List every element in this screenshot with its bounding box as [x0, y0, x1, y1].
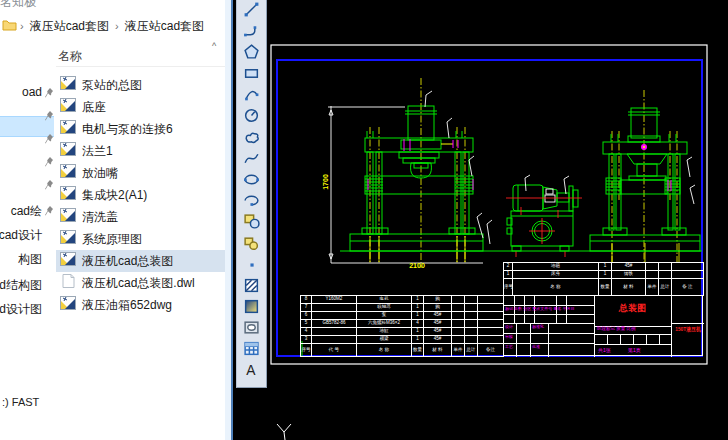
- file-row[interactable]: 液压机cad总装图.dwl: [56, 272, 232, 294]
- nav-item[interactable]: [0, 107, 54, 125]
- breadcrumb-separator: ›: [115, 20, 119, 32]
- nav-item[interactable]: oad: [0, 84, 54, 102]
- column-header-name[interactable]: 名称: [58, 48, 82, 65]
- dwg-file-icon: [60, 186, 76, 204]
- table-icon[interactable]: [241, 339, 261, 358]
- dwg-file-icon: [60, 142, 76, 160]
- dwg-file-icon: [60, 98, 76, 116]
- leader-lines: [425, 91, 695, 244]
- insert-block-icon[interactable]: [241, 212, 261, 231]
- gradient-icon[interactable]: [241, 297, 261, 316]
- nav-item[interactable]: [0, 130, 54, 148]
- navigation-pane: oad cad绘 cad设计 构图 d结构图: [0, 56, 54, 440]
- nav-item[interactable]: d结构图: [0, 276, 54, 294]
- draw-toolbar: A: [236, 0, 267, 388]
- file-row[interactable]: 放油嘴: [56, 162, 232, 184]
- folder-icon: [2, 18, 17, 34]
- polygon-icon[interactable]: [241, 42, 261, 61]
- nav-item[interactable]: [0, 176, 54, 194]
- dwg-file-icon: [60, 296, 76, 314]
- sign-label: 批准: [532, 345, 540, 349]
- dwg-file-icon: [60, 76, 76, 94]
- dim-width-text: 2100: [409, 262, 425, 269]
- file-row-selected[interactable]: 液压机cad总装图: [56, 250, 232, 272]
- sign-label: 工艺: [505, 345, 513, 349]
- file-row[interactable]: 底座: [56, 96, 232, 118]
- nav-item-drive[interactable]: :) FAST: [2, 396, 39, 408]
- explorer-window: 名知极 › 液压站cad套图 › 液压站cad套图 名称 ^ oad: [0, 0, 232, 440]
- file-row[interactable]: 清洗盖: [56, 206, 232, 228]
- header-divider: [56, 66, 232, 67]
- polyline-icon[interactable]: [241, 21, 261, 40]
- pin-icon: [44, 179, 54, 194]
- press-side-view: [590, 90, 700, 262]
- doc-title: 总装图: [594, 302, 671, 315]
- dwg-file-icon: [60, 252, 76, 270]
- circle-icon[interactable]: [241, 106, 261, 125]
- revcloud-icon[interactable]: [241, 127, 261, 146]
- file-row[interactable]: 泵站的总图: [56, 74, 232, 96]
- file-row[interactable]: 系统原理图: [56, 228, 232, 250]
- dwg-file-icon: [60, 164, 76, 182]
- file-row[interactable]: 集成块2(A1): [56, 184, 232, 206]
- pin-icon: [44, 133, 54, 148]
- pin-icon: [44, 110, 54, 125]
- line-icon[interactable]: [241, 0, 261, 19]
- pump-unit: [506, 185, 582, 257]
- sign-label: 审核: [505, 335, 513, 339]
- plain-file-icon: [60, 274, 76, 292]
- dim-height-text: 1700: [322, 174, 329, 190]
- breadcrumb-separator: ›: [20, 20, 24, 32]
- std-label: 标准化: [532, 325, 544, 329]
- spline-icon[interactable]: [241, 149, 261, 168]
- sort-caret-icon[interactable]: ^: [212, 41, 216, 51]
- file-row[interactable]: 法兰1: [56, 140, 232, 162]
- region-icon[interactable]: [241, 318, 261, 337]
- upper-parts-table: 2油箱145# 1床身1铸铁 序号名 称数量材 料单件总计备 注: [503, 262, 704, 296]
- dwg-file-icon: [60, 120, 76, 138]
- hatch-icon[interactable]: [241, 276, 261, 295]
- sign-label: 设计: [505, 325, 513, 329]
- make-block-icon[interactable]: [241, 234, 261, 253]
- mtext-icon[interactable]: A: [241, 360, 261, 379]
- breadcrumb: › 液压站cad套图 › 液压站cad套图: [0, 14, 232, 38]
- point-icon[interactable]: [241, 255, 261, 274]
- arc-icon[interactable]: [241, 85, 261, 104]
- product-name: 150T液压机: [672, 326, 704, 333]
- crosshair-cursor: [277, 424, 291, 440]
- title-block: 标记 处数 分区 更改文件号 签名 年月日 设计 审核 工艺 标准化 批准 总装…: [503, 295, 703, 356]
- ribbon-fragment: 名知极: [0, 0, 232, 11]
- ellipse-icon[interactable]: [241, 170, 261, 189]
- nav-item[interactable]: 构图: [0, 250, 54, 268]
- dwg-file-icon: [60, 208, 76, 226]
- change-row-labels: 标记 处数 分区 更改文件号 签名 年月日: [505, 307, 593, 311]
- pin-icon: [44, 205, 54, 220]
- sheet-total: 共1张: [598, 348, 611, 353]
- nav-item[interactable]: [0, 153, 54, 171]
- pin-icon: [44, 87, 54, 102]
- ellipse-arc-icon[interactable]: [241, 191, 261, 210]
- breadcrumb-segment[interactable]: 液压站cad套图: [30, 18, 109, 35]
- nav-item[interactable]: cad绘: [0, 202, 54, 220]
- file-list: 泵站的总图 底座 电机与泵的连接6 法兰1 放油嘴 集成块2(A1) 清洗盖: [56, 70, 232, 330]
- svg-text:A: A: [246, 362, 256, 378]
- breadcrumb-segment[interactable]: 液压站cad套图: [125, 18, 204, 35]
- pin-icon: [44, 156, 54, 171]
- nav-item[interactable]: d设计图: [0, 300, 54, 318]
- parts-list-table: 8Y160M2电机1购 7联轴器1购 6泵145# 5GB5782-86六角螺栓…: [300, 295, 504, 357]
- stage-row-labels: 阶段标记 质量 比例: [597, 327, 636, 332]
- dwg-file-icon: [60, 230, 76, 248]
- sheet-page: 第1页: [628, 348, 641, 353]
- rectangle-icon[interactable]: [241, 64, 261, 83]
- file-row[interactable]: 液压油箱652dwg: [56, 294, 232, 316]
- press-front-view: [350, 78, 483, 268]
- file-row[interactable]: 电机与泵的连接6: [56, 118, 232, 140]
- cad-drawing-canvas[interactable]: 1700 2100: [233, 0, 728, 440]
- nav-item[interactable]: cad设计: [0, 226, 54, 244]
